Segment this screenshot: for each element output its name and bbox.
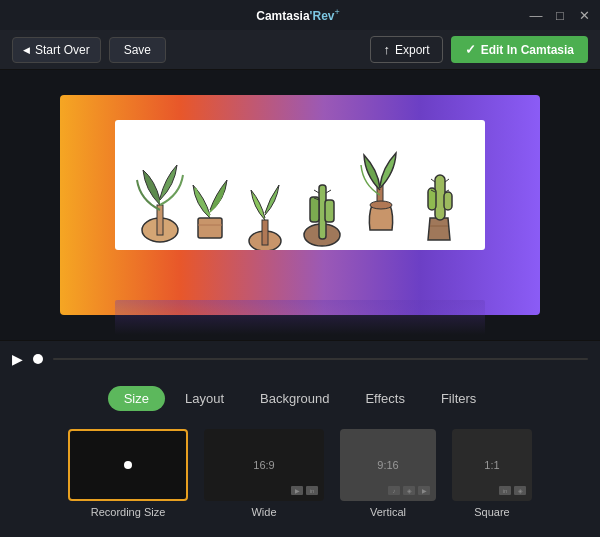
youtube-shorts-icon: ▶ [418, 486, 430, 495]
save-button[interactable]: Save [109, 37, 166, 63]
window-controls: — □ ✕ [528, 8, 592, 23]
size-thumb-recording [68, 429, 188, 501]
svg-rect-8 [310, 197, 319, 222]
vertical-ratio: 9:16 [377, 459, 398, 471]
linkedin-sq-icon: in [499, 486, 511, 495]
instagram-sq-icon: ◈ [514, 486, 526, 495]
content-card [115, 120, 485, 250]
svg-rect-16 [428, 188, 436, 210]
size-thumb-vertical: 9:16 ♪ ◈ ▶ [340, 429, 436, 501]
titlebar: Camtasia'Rev+ — □ ✕ [0, 0, 600, 30]
size-card-vertical[interactable]: 9:16 ♪ ◈ ▶ Vertical [340, 429, 436, 518]
square-ratio: 1:1 [484, 459, 499, 471]
preview-area [0, 70, 600, 340]
svg-rect-17 [444, 192, 452, 210]
size-label-square: Square [474, 506, 509, 518]
linkedin-icon: in [306, 486, 318, 495]
tab-background[interactable]: Background [244, 386, 345, 411]
close-icon[interactable]: ✕ [576, 8, 592, 23]
instagram-icon: ◈ [403, 486, 415, 495]
youtube-icon: ▶ [291, 486, 303, 495]
reflection [115, 300, 485, 335]
toolbar-left: Start Over Save [12, 37, 166, 63]
size-label-wide: Wide [251, 506, 276, 518]
tab-filters[interactable]: Filters [425, 386, 492, 411]
playhead[interactable] [33, 354, 43, 364]
timeline-track[interactable] [53, 358, 588, 360]
tab-layout[interactable]: Layout [169, 386, 240, 411]
maximize-icon[interactable]: □ [552, 8, 568, 23]
svg-rect-2 [198, 218, 222, 238]
plant-illustration [115, 120, 485, 250]
playback-bar: ▶ [0, 340, 600, 376]
recording-dot [124, 461, 132, 469]
app-title: Camtasia'Rev+ [68, 7, 528, 23]
toolbar: Start Over Save Export Edit In Camtasia [0, 30, 600, 70]
export-button[interactable]: Export [370, 36, 442, 63]
minimize-icon[interactable]: — [528, 8, 544, 23]
toolbar-right: Export Edit In Camtasia [370, 36, 588, 63]
square-platform-icons: in ◈ [499, 486, 526, 495]
size-card-recording[interactable]: Recording Size [68, 429, 188, 518]
tab-size[interactable]: Size [108, 386, 165, 411]
tab-effects[interactable]: Effects [349, 386, 421, 411]
vertical-platform-icons: ♪ ◈ ▶ [388, 486, 430, 495]
size-thumb-square: 1:1 in ◈ [452, 429, 532, 501]
play-button[interactable]: ▶ [12, 351, 23, 367]
svg-rect-5 [262, 220, 268, 245]
size-label-vertical: Vertical [370, 506, 406, 518]
svg-point-14 [370, 201, 392, 209]
wide-platform-icons: ▶ in [291, 486, 318, 495]
start-over-button[interactable]: Start Over [12, 37, 101, 63]
edit-in-camtasia-button[interactable]: Edit In Camtasia [451, 36, 588, 63]
size-card-wide[interactable]: 16:9 ▶ in Wide [204, 429, 324, 518]
size-thumb-wide: 16:9 ▶ in [204, 429, 324, 501]
tab-bar: Size Layout Background Effects Filters [0, 376, 600, 419]
svg-rect-9 [325, 200, 334, 222]
size-card-square[interactable]: 1:1 in ◈ Square [452, 429, 532, 518]
preview-canvas [60, 95, 540, 315]
tiktok-icon: ♪ [388, 486, 400, 495]
wide-ratio: 16:9 [253, 459, 274, 471]
size-label-recording: Recording Size [91, 506, 166, 518]
size-options: Recording Size 16:9 ▶ in Wide 9:16 ♪ ◈ ▶… [0, 419, 600, 532]
